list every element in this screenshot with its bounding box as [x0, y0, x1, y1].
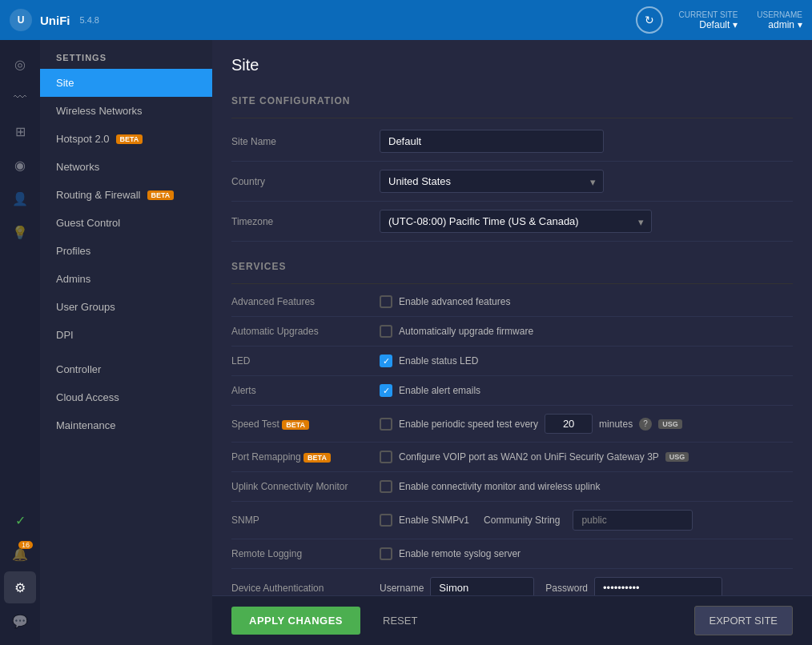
device-auth-control: Username Password — [380, 577, 793, 595]
chevron-down-icon: ▾ — [733, 19, 738, 30]
sidebar-item-routing-firewall[interactable]: Routing & Firewall BETA — [40, 181, 212, 209]
main-content: Site SITE CONFIGURATION Site Name Countr… — [212, 40, 812, 595]
uplink-monitor-row: Uplink Connectivity Monitor Enable conne… — [231, 472, 793, 502]
timezone-row: Timezone (UTC-08:00) Pacific Time (US & … — [231, 202, 793, 242]
remote-logging-label: Remote Logging — [231, 548, 380, 559]
nav-devices[interactable]: ◉ — [4, 149, 36, 181]
timezone-select[interactable]: (UTC-08:00) Pacific Time (US & Canada) — [380, 210, 652, 233]
snmp-checkbox[interactable] — [380, 514, 392, 527]
uplink-monitor-checkbox[interactable] — [380, 480, 392, 493]
reset-button[interactable]: RESET — [370, 607, 430, 635]
sidebar-item-networks[interactable]: Networks — [40, 153, 212, 181]
speed-test-label: Speed Test BETA — [231, 419, 380, 430]
remote-logging-checkbox[interactable] — [380, 547, 392, 560]
topbar: U UniFi 5.4.8 ↻ CURRENT SITE Default ▾ U… — [0, 0, 812, 40]
alerts-text: Enable alert emails — [399, 385, 480, 396]
site-name-control — [380, 130, 793, 153]
port-remapping-row: Port Remapping BETA Configure VOIP port … — [231, 443, 793, 472]
sidebar-item-maintenance[interactable]: Maintenance — [40, 411, 212, 439]
device-auth-label: Device Authentication — [231, 583, 380, 594]
speed-test-beta-badge: BETA — [282, 420, 309, 430]
device-auth-row: Device Authentication Username Password — [231, 569, 793, 595]
sidebar-item-hotspot[interactable]: Hotspot 2.0 BETA — [40, 125, 212, 153]
export-site-button[interactable]: EXPORT SITE — [694, 606, 794, 635]
nav-map[interactable]: ⊞ — [4, 115, 36, 147]
sidebar-title: SETTINGS — [40, 40, 212, 69]
auto-upgrades-checkbox[interactable] — [380, 325, 392, 338]
nav-chat[interactable]: 💬 — [4, 605, 36, 637]
nav-tasks[interactable]: ✓ — [4, 504, 36, 536]
refresh-button[interactable]: ↻ — [636, 6, 663, 34]
site-name-input[interactable] — [380, 130, 604, 153]
username-label: USERNAME — [757, 10, 802, 19]
snmp-label: SNMP — [231, 515, 380, 526]
nav-insights[interactable]: 💡 — [4, 216, 36, 248]
device-auth-username-input[interactable] — [430, 577, 534, 595]
country-label: Country — [231, 176, 380, 187]
snmp-control: Enable SNMPv1 Community String — [380, 510, 793, 531]
username-field-label: Username — [380, 583, 424, 594]
led-checkbox[interactable] — [380, 355, 392, 367]
routing-beta-badge: BETA — [147, 190, 175, 200]
speed-test-control: Enable periodic speed test every minutes… — [380, 414, 793, 434]
nav-notifications[interactable]: 🔔 16 — [4, 538, 36, 570]
apply-changes-button[interactable]: APPLY CHANGES — [231, 607, 360, 635]
sidebar-item-dpi[interactable]: DPI — [40, 321, 212, 349]
port-remapping-label: Port Remapping BETA — [231, 451, 380, 463]
snmp-row: SNMP Enable SNMPv1 Community String — [231, 502, 793, 539]
port-remapping-checkbox[interactable] — [380, 451, 392, 463]
device-auth-password-input[interactable] — [594, 577, 722, 595]
alerts-row: Alerts Enable alert emails — [231, 376, 793, 406]
password-field-label: Password — [545, 583, 588, 594]
advanced-features-text: Enable advanced features — [399, 296, 510, 307]
sidebar-item-wireless-networks[interactable]: Wireless Networks — [40, 97, 212, 125]
sidebar-item-admins[interactable]: Admins — [40, 265, 212, 293]
uplink-monitor-label: Uplink Connectivity Monitor — [231, 481, 380, 492]
speed-test-interval-input[interactable] — [545, 414, 593, 434]
nav-statistics[interactable]: 〰 — [4, 82, 36, 114]
notifications-badge: 16 — [18, 541, 33, 549]
advanced-features-row: Advanced Features Enable advanced featur… — [231, 287, 793, 317]
remote-logging-control: Enable remote syslog server — [380, 547, 793, 560]
username-value[interactable]: admin ▾ — [768, 19, 802, 30]
refresh-icon: ↻ — [645, 14, 654, 26]
led-row: LED Enable status LED — [231, 347, 793, 376]
sidebar-item-profiles[interactable]: Profiles — [40, 237, 212, 265]
alerts-label: Alerts — [231, 385, 380, 396]
alerts-checkbox[interactable] — [380, 384, 392, 397]
timezone-label: Timezone — [231, 216, 380, 227]
sidebar-item-site[interactable]: Site — [40, 69, 212, 97]
current-site-value[interactable]: Default ▾ — [699, 19, 738, 30]
uplink-monitor-text: Enable connectivity monitor and wireless… — [399, 481, 600, 492]
advanced-features-control: Enable advanced features — [380, 295, 793, 308]
sidebar-item-cloud-access[interactable]: Cloud Access — [40, 383, 212, 411]
sidebar-item-user-groups[interactable]: User Groups — [40, 293, 212, 321]
sidebar: SETTINGS Site Wireless Networks Hotspot … — [40, 40, 212, 645]
port-remapping-beta-badge: BETA — [303, 453, 331, 463]
sidebar-item-guest-control[interactable]: Guest Control — [40, 209, 212, 237]
speed-test-usg-badge: USG — [658, 419, 682, 429]
logo-icon: U — [10, 9, 32, 31]
advanced-features-label: Advanced Features — [231, 296, 380, 307]
speed-test-checkbox[interactable] — [380, 418, 392, 431]
main-layout: ◎ 〰 ⊞ ◉ 👤 💡 ✓ 🔔 16 ⚙ 💬 SETTINGS Site Wir… — [0, 40, 812, 645]
site-config-header: SITE CONFIGURATION — [231, 87, 793, 118]
advanced-features-checkbox[interactable] — [380, 295, 392, 308]
country-select[interactable]: United States — [380, 170, 604, 193]
speed-test-help-icon[interactable]: ? — [639, 418, 652, 431]
current-site-label: CURRENT SITE — [679, 10, 738, 19]
sidebar-item-controller[interactable]: Controller — [40, 355, 212, 383]
version-label: 5.4.8 — [80, 15, 99, 25]
nav-dashboard[interactable]: ◎ — [4, 48, 36, 80]
alerts-control: Enable alert emails — [380, 384, 793, 397]
snmp-community-input[interactable] — [573, 510, 693, 531]
port-remapping-usg-badge: USG — [665, 452, 689, 462]
timezone-control: (UTC-08:00) Pacific Time (US & Canada) — [380, 210, 793, 233]
nav-settings[interactable]: ⚙ — [4, 571, 36, 603]
nav-clients[interactable]: 👤 — [4, 182, 36, 214]
snmp-text: Enable SNMPv1 — [399, 515, 469, 526]
speed-test-row: Speed Test BETA Enable periodic speed te… — [231, 406, 793, 443]
led-control: Enable status LED — [380, 355, 793, 367]
led-text: Enable status LED — [399, 355, 478, 367]
current-site-section: CURRENT SITE Default ▾ — [679, 10, 738, 30]
